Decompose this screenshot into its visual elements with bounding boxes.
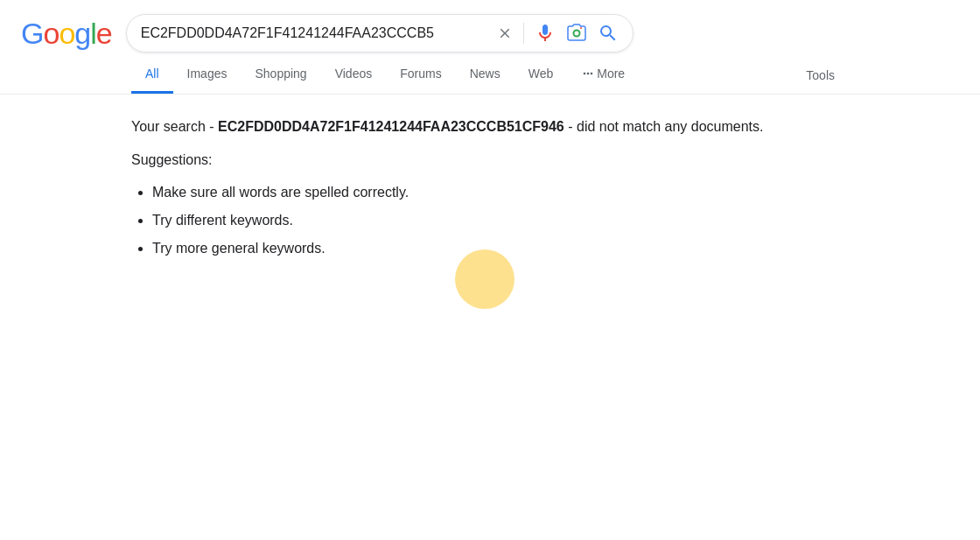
image-search-button[interactable] <box>566 23 587 44</box>
search-bar: EC2FDD0DD4A72F1F41241244FAA23CCCB5 <box>126 14 634 53</box>
tab-more[interactable]: More <box>567 56 639 94</box>
search-input[interactable]: EC2FDD0DD4A72F1F41241244FAA23CCCB5 <box>141 25 486 41</box>
camera-icon <box>566 23 587 44</box>
suggestion-item: Make sure all words are spelled correctl… <box>152 179 849 207</box>
tab-videos[interactable]: Videos <box>321 56 387 94</box>
search-icons <box>535 23 619 44</box>
logo-letter-o2: o <box>59 17 74 50</box>
logo-letter-o1: o <box>43 17 59 50</box>
no-results-suffix: - did not match any documents. <box>568 119 763 134</box>
more-label: More <box>597 67 625 81</box>
search-icon <box>598 23 619 44</box>
suggestions-title: Suggestions: <box>131 152 849 168</box>
no-results-search-term: EC2FDD0DD4A72F1F41241244FAA23CCCB51CF946 <box>218 119 564 134</box>
tab-web[interactable]: Web <box>514 56 568 94</box>
close-icon <box>497 25 513 41</box>
svg-point-0 <box>573 31 579 37</box>
tab-all[interactable]: All <box>131 56 173 94</box>
logo-letter-g2: g <box>74 17 90 50</box>
tab-tools[interactable]: Tools <box>792 58 849 93</box>
search-submit-button[interactable] <box>598 23 619 44</box>
search-divider <box>523 23 524 44</box>
suggestion-item: Try different keywords. <box>152 207 849 235</box>
tab-forums[interactable]: Forums <box>386 56 455 94</box>
svg-point-1 <box>580 27 582 29</box>
tab-images[interactable]: Images <box>173 56 242 94</box>
tab-shopping[interactable]: Shopping <box>241 56 320 94</box>
microphone-icon <box>535 23 556 44</box>
suggestions-list: Make sure all words are spelled correctl… <box>131 179 849 263</box>
suggestion-item: Try more general keywords. <box>152 235 849 263</box>
nav-tabs: All Images Shopping Videos Forums News W… <box>0 56 980 95</box>
no-results-prefix: Your search - <box>131 119 214 134</box>
tab-news[interactable]: News <box>456 56 514 94</box>
main-content: Your search - EC2FDD0DD4A72F1F41241244FA… <box>0 95 980 284</box>
no-results-message: Your search - EC2FDD0DD4A72F1F41241244FA… <box>131 116 849 138</box>
logo-letter-e: e <box>96 17 112 50</box>
header: Google EC2FDD0DD4A72F1F41241244FAA23CCCB… <box>0 0 980 53</box>
clear-search-button[interactable] <box>494 25 516 41</box>
voice-search-button[interactable] <box>535 23 556 44</box>
google-logo[interactable]: Google <box>21 17 112 51</box>
more-dots-icon <box>581 67 595 81</box>
logo-letter-g: G <box>21 17 43 50</box>
